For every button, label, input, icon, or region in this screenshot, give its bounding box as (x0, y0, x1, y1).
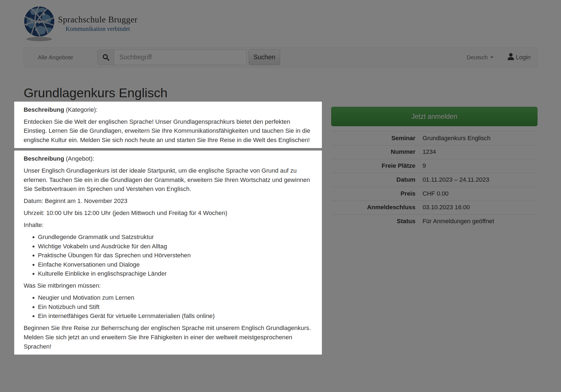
heading-bold: Beschreibung (24, 155, 64, 162)
description-offer-heading: Beschreibung (Angebot): (24, 154, 313, 163)
offer-date-line: Datum: Beginnt am 1. November 2023 (24, 196, 313, 206)
list-item: Ein Notizbuch und Stift (38, 302, 313, 312)
list-item: Kulturelle Einblicke in englischsprachig… (38, 269, 313, 278)
list-item: Grundlegende Grammatik und Satzstruktur (38, 232, 313, 242)
offer-time-line: Uhrzeit: 10:00 Uhr bis 12:00 Uhr (jeden … (24, 208, 313, 218)
heading-rest: (Kategorie): (64, 106, 98, 113)
offer-contents-list: Grundlegende Grammatik und Satzstruktur … (24, 232, 313, 278)
list-item: Einfache Konversationen und Dialoge (38, 260, 313, 269)
offer-intro-text: Unser Englisch Grundlagenkurs ist der id… (24, 166, 313, 194)
list-item: Praktische Übungen für das Sprechen und … (38, 251, 313, 260)
offer-bring-heading: Was Sie mitbringen müssen: (24, 281, 313, 290)
description-category-heading: Beschreibung (Kategorie): (24, 105, 313, 114)
list-item: Wichtige Vokabeln und Ausdrücke für den … (38, 242, 313, 251)
description-category-box: Beschreibung (Kategorie): Entdecken Sie … (14, 102, 322, 148)
offer-bring-list: Neugier und Motivation zum Lernen Ein No… (24, 293, 313, 321)
description-column: Beschreibung (Kategorie): Entdecken Sie … (24, 102, 313, 355)
page: Sprachschule Brugger Kommunikation verbi… (0, 0, 561, 392)
description-offer-box: Beschreibung (Angebot): Unser Englisch G… (14, 151, 322, 355)
offer-contents-heading: Inhalte: (24, 220, 313, 230)
heading-rest: (Angebot): (64, 155, 94, 162)
heading-bold: Beschreibung (24, 106, 64, 113)
description-category-text: Entdecken Sie die Welt der englischen Sp… (24, 117, 313, 145)
list-item: Neugier und Motivation zum Lernen (38, 293, 313, 302)
list-item: Ein internetfähiges Gerät für virtuelle … (38, 311, 313, 321)
offer-closing-text: Beginnen Sie Ihre Reise zur Beherrschung… (24, 323, 313, 351)
